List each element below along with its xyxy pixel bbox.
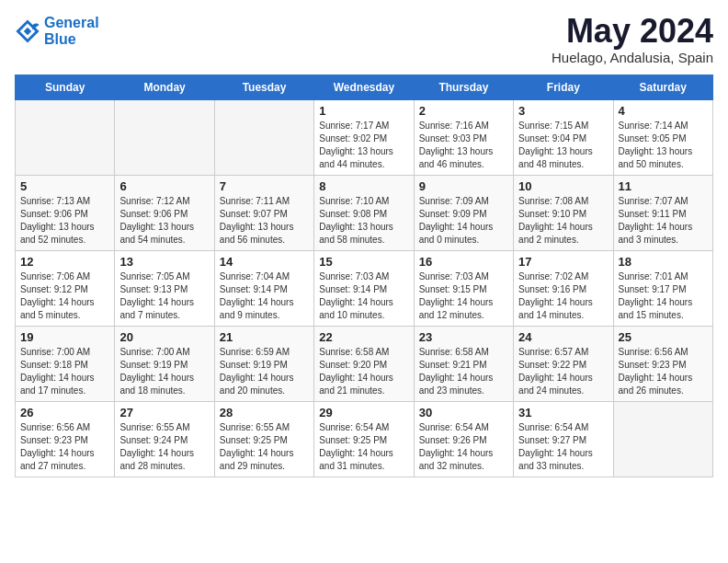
page-header: General Blue May 2024 Huelago, Andalusia… <box>15 15 713 65</box>
day-info: Sunrise: 6:58 AMSunset: 9:21 PMDaylight:… <box>419 346 508 397</box>
day-info: Sunrise: 7:03 AMSunset: 9:14 PMDaylight:… <box>319 270 408 322</box>
calendar-cell: 7Sunrise: 7:11 AMSunset: 9:07 PMDaylight… <box>214 176 313 251</box>
day-info: Sunrise: 7:05 AMSunset: 9:13 PMDaylight:… <box>119 270 209 322</box>
weekday-header-wednesday: Wednesday <box>314 75 414 100</box>
day-info: Sunrise: 7:02 AMSunset: 9:16 PMDaylight:… <box>518 270 608 322</box>
logo: General Blue <box>15 15 99 47</box>
day-info: Sunrise: 7:16 AMSunset: 9:03 PMDaylight:… <box>419 120 508 171</box>
calendar-cell: 20Sunrise: 7:00 AMSunset: 9:19 PMDayligh… <box>115 327 214 402</box>
day-number: 28 <box>220 406 309 419</box>
weekday-header-row: SundayMondayTuesdayWednesdayThursdayFrid… <box>16 75 713 100</box>
calendar-cell: 3Sunrise: 7:15 AMSunset: 9:04 PMDaylight… <box>514 100 613 176</box>
day-info: Sunrise: 7:10 AMSunset: 9:08 PMDaylight:… <box>319 195 408 247</box>
day-info: Sunrise: 7:17 AMSunset: 9:02 PMDaylight:… <box>319 120 408 171</box>
calendar-cell: 24Sunrise: 6:57 AMSunset: 9:22 PMDayligh… <box>514 327 613 402</box>
calendar-cell: 26Sunrise: 6:56 AMSunset: 9:23 PMDayligh… <box>16 402 115 477</box>
calendar-cell: 25Sunrise: 6:56 AMSunset: 9:23 PMDayligh… <box>613 327 712 402</box>
day-info: Sunrise: 7:03 AMSunset: 9:15 PMDaylight:… <box>419 270 508 322</box>
calendar-cell: 29Sunrise: 6:54 AMSunset: 9:25 PMDayligh… <box>314 402 414 477</box>
calendar-cell <box>115 100 214 176</box>
day-info: Sunrise: 6:55 AMSunset: 9:24 PMDaylight:… <box>119 421 209 473</box>
calendar-cell: 8Sunrise: 7:10 AMSunset: 9:08 PMDaylight… <box>314 176 414 251</box>
day-info: Sunrise: 7:07 AMSunset: 9:11 PMDaylight:… <box>619 195 708 247</box>
calendar-cell: 17Sunrise: 7:02 AMSunset: 9:16 PMDayligh… <box>514 251 613 327</box>
day-number: 8 <box>319 179 408 193</box>
calendar-cell <box>16 100 115 176</box>
calendar-cell: 31Sunrise: 6:54 AMSunset: 9:27 PMDayligh… <box>514 402 613 477</box>
day-info: Sunrise: 6:58 AMSunset: 9:20 PMDaylight:… <box>319 346 408 397</box>
day-number: 20 <box>119 330 209 344</box>
week-row: 26Sunrise: 6:56 AMSunset: 9:23 PMDayligh… <box>16 402 713 477</box>
day-info: Sunrise: 6:54 AMSunset: 9:25 PMDaylight:… <box>319 421 408 473</box>
day-number: 14 <box>220 255 309 269</box>
logo-icon <box>15 18 40 44</box>
weekday-header-monday: Monday <box>115 75 214 100</box>
calendar-cell: 9Sunrise: 7:09 AMSunset: 9:09 PMDaylight… <box>414 176 513 251</box>
day-info: Sunrise: 7:13 AMSunset: 9:06 PMDaylight:… <box>20 195 109 247</box>
week-row: 19Sunrise: 7:00 AMSunset: 9:18 PMDayligh… <box>16 327 713 402</box>
calendar-cell: 2Sunrise: 7:16 AMSunset: 9:03 PMDaylight… <box>414 100 513 176</box>
day-info: Sunrise: 7:14 AMSunset: 9:05 PMDaylight:… <box>619 120 708 171</box>
day-number: 16 <box>419 255 508 269</box>
day-info: Sunrise: 7:06 AMSunset: 9:12 PMDaylight:… <box>20 270 109 322</box>
calendar-cell: 13Sunrise: 7:05 AMSunset: 9:13 PMDayligh… <box>115 251 214 327</box>
weekday-header-sunday: Sunday <box>16 75 115 100</box>
day-number: 17 <box>518 255 608 269</box>
calendar-cell: 23Sunrise: 6:58 AMSunset: 9:21 PMDayligh… <box>414 327 513 402</box>
weekday-header-saturday: Saturday <box>613 75 712 100</box>
day-info: Sunrise: 6:59 AMSunset: 9:19 PMDaylight:… <box>220 346 309 397</box>
calendar-cell: 10Sunrise: 7:08 AMSunset: 9:10 PMDayligh… <box>514 176 613 251</box>
calendar-cell: 15Sunrise: 7:03 AMSunset: 9:14 PMDayligh… <box>314 251 414 327</box>
day-info: Sunrise: 7:15 AMSunset: 9:04 PMDaylight:… <box>518 120 608 171</box>
day-number: 11 <box>619 179 708 193</box>
weekday-header-tuesday: Tuesday <box>214 75 313 100</box>
day-number: 13 <box>119 255 209 269</box>
day-number: 9 <box>419 179 508 193</box>
calendar-title: May 2024 <box>552 15 713 48</box>
day-number: 7 <box>220 179 309 193</box>
calendar-table: SundayMondayTuesdayWednesdayThursdayFrid… <box>15 75 713 477</box>
calendar-cell: 22Sunrise: 6:58 AMSunset: 9:20 PMDayligh… <box>314 327 414 402</box>
day-number: 30 <box>419 406 508 419</box>
weekday-header-friday: Friday <box>514 75 613 100</box>
day-info: Sunrise: 7:04 AMSunset: 9:14 PMDaylight:… <box>220 270 309 322</box>
day-info: Sunrise: 7:09 AMSunset: 9:09 PMDaylight:… <box>419 195 508 247</box>
day-info: Sunrise: 6:56 AMSunset: 9:23 PMDaylight:… <box>619 346 708 397</box>
week-row: 5Sunrise: 7:13 AMSunset: 9:06 PMDaylight… <box>16 176 713 251</box>
calendar-cell <box>613 402 712 477</box>
day-number: 29 <box>319 406 408 419</box>
title-area: May 2024 Huelago, Andalusia, Spain <box>552 15 713 65</box>
day-number: 31 <box>518 406 608 419</box>
day-number: 19 <box>20 330 109 344</box>
calendar-cell: 12Sunrise: 7:06 AMSunset: 9:12 PMDayligh… <box>16 251 115 327</box>
calendar-cell: 21Sunrise: 6:59 AMSunset: 9:19 PMDayligh… <box>214 327 313 402</box>
day-number: 18 <box>619 255 708 269</box>
calendar-cell: 28Sunrise: 6:55 AMSunset: 9:25 PMDayligh… <box>214 402 313 477</box>
day-info: Sunrise: 7:08 AMSunset: 9:10 PMDaylight:… <box>518 195 608 247</box>
day-number: 6 <box>119 179 209 193</box>
calendar-cell: 14Sunrise: 7:04 AMSunset: 9:14 PMDayligh… <box>214 251 313 327</box>
day-number: 3 <box>518 104 608 118</box>
week-row: 1Sunrise: 7:17 AMSunset: 9:02 PMDaylight… <box>16 100 713 176</box>
day-info: Sunrise: 7:12 AMSunset: 9:06 PMDaylight:… <box>119 195 209 247</box>
calendar-cell <box>214 100 313 176</box>
day-number: 26 <box>20 406 109 419</box>
day-info: Sunrise: 7:11 AMSunset: 9:07 PMDaylight:… <box>220 195 309 247</box>
day-number: 24 <box>518 330 608 344</box>
day-info: Sunrise: 6:56 AMSunset: 9:23 PMDaylight:… <box>20 421 109 473</box>
day-info: Sunrise: 7:00 AMSunset: 9:18 PMDaylight:… <box>20 346 109 397</box>
calendar-cell: 1Sunrise: 7:17 AMSunset: 9:02 PMDaylight… <box>314 100 414 176</box>
day-number: 22 <box>319 330 408 344</box>
day-number: 15 <box>319 255 408 269</box>
day-info: Sunrise: 6:54 AMSunset: 9:27 PMDaylight:… <box>518 421 608 473</box>
calendar-subtitle: Huelago, Andalusia, Spain <box>552 50 713 65</box>
day-info: Sunrise: 7:01 AMSunset: 9:17 PMDaylight:… <box>619 270 708 322</box>
day-info: Sunrise: 6:57 AMSunset: 9:22 PMDaylight:… <box>518 346 608 397</box>
day-number: 1 <box>319 104 408 118</box>
logo-text: General Blue <box>44 15 99 47</box>
day-number: 23 <box>419 330 508 344</box>
day-info: Sunrise: 6:54 AMSunset: 9:26 PMDaylight:… <box>419 421 508 473</box>
day-info: Sunrise: 6:55 AMSunset: 9:25 PMDaylight:… <box>220 421 309 473</box>
day-number: 27 <box>119 406 209 419</box>
calendar-cell: 18Sunrise: 7:01 AMSunset: 9:17 PMDayligh… <box>613 251 712 327</box>
